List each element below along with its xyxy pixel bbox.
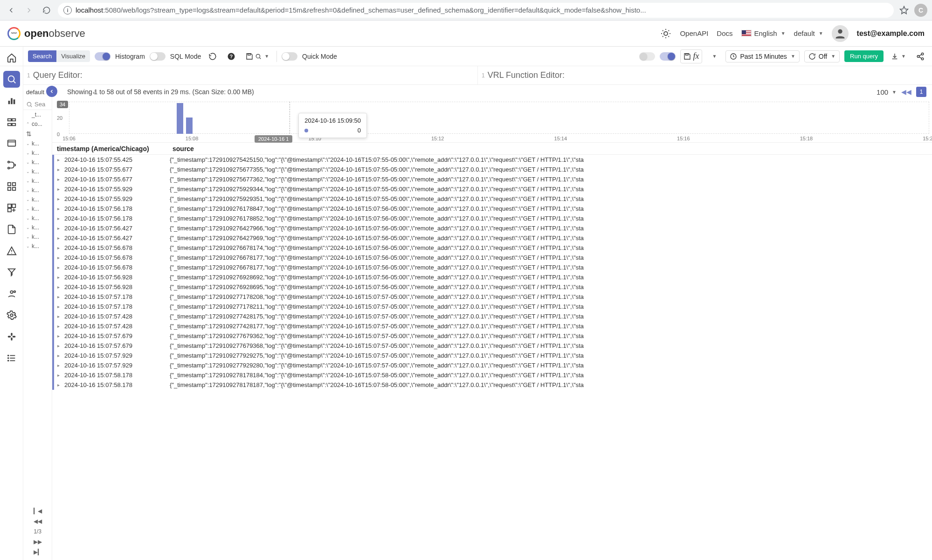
- reset-icon[interactable]: [206, 49, 220, 63]
- logo[interactable]: 〰 openobserve: [7, 27, 85, 40]
- log-row[interactable]: ▸2024-10-16 15:07:55.425{"_timestamp":17…: [52, 155, 932, 165]
- nav-metrics[interactable]: [3, 92, 20, 109]
- expand-row-icon[interactable]: ▸: [54, 304, 62, 309]
- current-page[interactable]: 1: [916, 87, 926, 97]
- log-row[interactable]: ▸2024-10-16 15:07:57.929{"_timestamp":17…: [52, 351, 932, 360]
- openapi-link[interactable]: OpenAPI: [680, 29, 708, 37]
- field-row[interactable]: ⌄k...: [23, 139, 52, 148]
- save-function-dropdown[interactable]: fx: [680, 49, 702, 63]
- back-button[interactable]: [5, 4, 18, 17]
- field-row[interactable]: ⌄k...: [23, 148, 52, 158]
- expand-row-icon[interactable]: ▸: [54, 265, 62, 270]
- org-select[interactable]: default ▼: [794, 29, 823, 37]
- profile-avatar[interactable]: C: [914, 4, 927, 17]
- quick-mode-toggle[interactable]: [282, 52, 297, 61]
- nav-streams[interactable]: [3, 200, 20, 216]
- page-size-select[interactable]: 100 ▼: [877, 88, 897, 96]
- fx-dropdown-caret[interactable]: ▼: [707, 49, 721, 63]
- nav-home[interactable]: [3, 49, 20, 66]
- log-row[interactable]: ▸2024-10-16 15:07:57.178{"_timestamp":17…: [52, 292, 932, 302]
- nav-pipelines[interactable]: [3, 157, 20, 173]
- expand-row-icon[interactable]: ▸: [54, 226, 62, 231]
- nav-settings[interactable]: [3, 307, 20, 324]
- field-row[interactable]: ._t...: [23, 110, 52, 119]
- field-row[interactable]: ⌄k...: [23, 204, 52, 214]
- theme-toggle-icon[interactable]: [660, 28, 671, 39]
- site-info-icon[interactable]: i: [63, 6, 72, 14]
- field-row[interactable]: ⌄k...: [23, 167, 52, 176]
- time-range-picker[interactable]: Past 15 Minutes ▼: [725, 50, 799, 62]
- url-bar[interactable]: i localhost:5080/web/logs?stream_type=lo…: [58, 3, 894, 18]
- chart-bar[interactable]: [177, 103, 183, 134]
- log-row[interactable]: ▸2024-10-16 15:07:57.428{"_timestamp":17…: [52, 321, 932, 331]
- nav-rum[interactable]: [3, 135, 20, 152]
- user-avatar-icon[interactable]: [832, 25, 849, 42]
- log-row[interactable]: ▸2024-10-16 15:07:56.928{"_timestamp":17…: [52, 272, 932, 282]
- log-row[interactable]: ▸2024-10-16 15:07:55.929{"_timestamp":17…: [52, 184, 932, 194]
- first-page-icon[interactable]: ◀◀: [901, 88, 911, 96]
- field-row[interactable]: ⌄k...: [23, 242, 52, 251]
- auto-refresh-picker[interactable]: Off ▼: [804, 50, 840, 62]
- histogram-toggle[interactable]: [95, 52, 110, 61]
- stream-select[interactable]: default: [23, 85, 52, 99]
- docs-link[interactable]: Docs: [717, 29, 732, 37]
- sql-mode-toggle[interactable]: [150, 52, 166, 61]
- expand-row-icon[interactable]: ▸: [54, 235, 62, 241]
- expand-row-icon[interactable]: ▸: [54, 167, 62, 172]
- expand-row-icon[interactable]: ▸: [54, 353, 62, 358]
- col-source[interactable]: source: [168, 145, 932, 152]
- nav-list-icon[interactable]: [3, 350, 20, 366]
- field-row[interactable]: ⌄k...: [23, 214, 52, 223]
- log-row[interactable]: ▸2024-10-16 15:07:56.178{"_timestamp":17…: [52, 204, 932, 214]
- expand-row-icon[interactable]: ▸: [54, 382, 62, 387]
- expand-row-icon[interactable]: ▸: [54, 216, 62, 221]
- log-row[interactable]: ▸2024-10-16 15:07:57.178{"_timestamp":17…: [52, 302, 932, 311]
- log-row[interactable]: ▸2024-10-16 15:07:57.929{"_timestamp":17…: [52, 360, 932, 370]
- field-row[interactable]: ⌄k...: [23, 195, 52, 204]
- nav-search[interactable]: [3, 71, 20, 88]
- nav-reports[interactable]: [3, 221, 20, 238]
- forward-button[interactable]: [22, 4, 35, 17]
- expand-row-icon[interactable]: ▸: [54, 333, 62, 339]
- unknown-toggle-1[interactable]: [639, 52, 655, 61]
- nav-iam[interactable]: [3, 285, 20, 302]
- expand-row-icon[interactable]: ▸: [54, 177, 62, 182]
- language-select[interactable]: English ▼: [741, 29, 786, 37]
- first-page-icon[interactable]: ▎◀: [34, 508, 42, 514]
- nav-alerts[interactable]: [3, 242, 20, 259]
- col-timestamp[interactable]: timestamp (America/Chicago): [50, 145, 168, 152]
- log-row[interactable]: ▸2024-10-16 15:07:57.679{"_timestamp":17…: [52, 331, 932, 341]
- expand-row-icon[interactable]: ▸: [54, 294, 62, 299]
- nav-functions[interactable]: [3, 264, 20, 281]
- log-row[interactable]: ▸2024-10-16 15:07:57.679{"_timestamp":17…: [52, 341, 932, 351]
- log-row[interactable]: ▸2024-10-16 15:07:56.427{"_timestamp":17…: [52, 223, 932, 233]
- expand-row-icon[interactable]: ▸: [54, 157, 62, 162]
- bookmark-star-icon[interactable]: [898, 5, 910, 16]
- log-row[interactable]: ▸2024-10-16 15:07:56.178{"_timestamp":17…: [52, 214, 932, 223]
- expand-row-icon[interactable]: ▸: [54, 363, 62, 368]
- expand-row-icon[interactable]: ▸: [54, 343, 62, 348]
- expand-row-icon[interactable]: ▸: [54, 314, 62, 319]
- help-icon[interactable]: ?: [224, 49, 238, 63]
- log-row[interactable]: ▸2024-10-16 15:07:56.678{"_timestamp":17…: [52, 253, 932, 263]
- log-row[interactable]: ▸2024-10-16 15:07:58.178{"_timestamp":17…: [52, 370, 932, 380]
- search-tab[interactable]: Search: [28, 50, 56, 62]
- field-row[interactable]: ⌄k...: [23, 176, 52, 186]
- function-toggle[interactable]: [660, 52, 676, 61]
- log-row[interactable]: ▸2024-10-16 15:07:56.427{"_timestamp":17…: [52, 233, 932, 243]
- histogram-chart[interactable]: 34 200 15:0615:0815:1015:1215:1415:1615:…: [52, 99, 932, 143]
- log-row[interactable]: ▸2024-10-16 15:07:55.929{"_timestamp":17…: [52, 194, 932, 204]
- expand-row-icon[interactable]: ▸: [54, 206, 62, 211]
- log-row[interactable]: ▸2024-10-16 15:07:56.678{"_timestamp":17…: [52, 263, 932, 272]
- save-search-dropdown[interactable]: ▼: [243, 49, 272, 63]
- expand-row-icon[interactable]: ▸: [54, 324, 62, 329]
- run-query-button[interactable]: Run query: [844, 50, 884, 62]
- vrl-editor[interactable]: 1 VRL Function Editor:: [477, 66, 932, 84]
- expand-row-icon[interactable]: ▸: [54, 275, 62, 280]
- prev-page-icon[interactable]: ◀◀: [34, 518, 42, 525]
- expand-row-icon[interactable]: ▸: [54, 187, 62, 192]
- download-dropdown[interactable]: ▼: [888, 49, 909, 63]
- query-editor[interactable]: 1 Query Editor:: [23, 66, 477, 84]
- fields-search-input[interactable]: Sea: [23, 99, 52, 110]
- log-row[interactable]: ▸2024-10-16 15:07:57.428{"_timestamp":17…: [52, 311, 932, 321]
